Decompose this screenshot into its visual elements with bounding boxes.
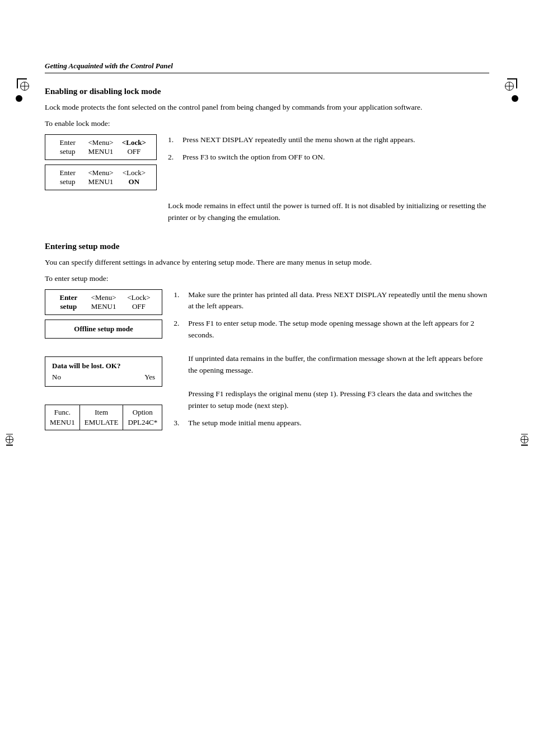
lcd-enter-r2c1: setup: [51, 302, 86, 311]
reg-right: [521, 434, 528, 445]
lcd2-r2c2: MENU1: [84, 177, 117, 186]
lcd-box-1: Enter <Menu> <Lock> setup MENU1 OFF: [45, 134, 157, 160]
circle-mark-tr: [505, 82, 514, 91]
lcd-func-box: Func. MENU1 Item EMULATE: [45, 405, 162, 430]
lcd-enter-r2c3: OFF: [121, 302, 156, 311]
section-lock-mode: Enabling or disabling lock mode Lock mod…: [45, 87, 489, 228]
reg-mark-right-top: [521, 434, 528, 435]
lcd-enter-row-top: Enter <Menu> <Lock>: [51, 293, 156, 302]
data-box-yes: Yes: [144, 373, 155, 382]
s2-step1-text: Make sure the printer has printed all da…: [188, 289, 489, 313]
lcd-item-col: Item EMULATE: [80, 405, 124, 430]
section1-intro2: To enable lock mode:: [45, 118, 489, 130]
section1-lcd-column: Enter <Menu> <Lock> setup MENU1 OFF: [45, 134, 157, 190]
circle-mark-tl: [20, 82, 29, 91]
reg-circle-right: [521, 436, 528, 444]
reg-mark-right-bottom: [521, 445, 528, 446]
section1-heading: Enabling or disabling lock mode: [45, 87, 489, 96]
lcd-box-2: Enter <Menu> <Lock> setup MENU1 ON: [45, 165, 157, 190]
lcd-enter-setup: Enter <Menu> <Lock> setup MENU1 OFF: [45, 289, 162, 315]
data-box-row: No Yes: [52, 373, 155, 382]
reg-left: [6, 434, 13, 445]
lcd-row-2-top: Enter <Menu> <Lock>: [51, 168, 151, 177]
data-box-title: Data will be lost. OK?: [52, 361, 155, 370]
lcd-option-header: Option: [133, 408, 153, 417]
lcd-item-col-inner: Item EMULATE: [85, 408, 119, 427]
bullet-mark-tl: [16, 95, 22, 102]
lcd2-r1c2: <Menu>: [84, 168, 117, 177]
lcd1-r1c2: <Menu>: [84, 138, 117, 147]
lcd1-r2c2: MENU1: [84, 147, 117, 156]
section1-closing: Lock mode remains in effect until the po…: [168, 200, 489, 224]
lcd-item-value: EMULATE: [85, 418, 119, 427]
section2-heading: Entering setup mode: [45, 242, 489, 251]
section2-step-1: 1. Make sure the printer has printed all…: [174, 289, 489, 313]
data-box-no: No: [52, 373, 61, 382]
section1-step-1: 1. Press NEXT DISPLAY repeatedly until t…: [168, 134, 489, 146]
lcd-enter-r1c2: <Menu>: [86, 293, 121, 302]
step1-text: Press NEXT DISPLAY repeatedly until the …: [182, 134, 489, 146]
lcd-enter-r1c1: Enter: [51, 293, 86, 302]
lcd-row-1-bottom: setup MENU1 OFF: [51, 147, 151, 156]
lcd1-r2c1: setup: [51, 147, 84, 156]
lcd1-r1c3: <Lock>: [118, 138, 151, 147]
page-header: Getting Acquainted with the Control Pane…: [45, 62, 489, 73]
reg-circle-left: [6, 436, 13, 444]
section2-lcd-column: Enter <Menu> <Lock> setup MENU1 OFF Offl…: [45, 289, 162, 430]
lcd2-r1c3: <Lock>: [118, 168, 151, 177]
section1-closing-spacer: [45, 200, 157, 228]
s2-step3-num: 3.: [174, 417, 184, 429]
section1-instruction-block: Enter <Menu> <Lock> setup MENU1 OFF: [45, 134, 489, 190]
lcd-offline-mode: Offline setup mode: [45, 320, 162, 339]
section2-intro1: You can specify different settings in ad…: [45, 257, 489, 269]
lcd-enter-r2c2: MENU1: [86, 302, 121, 311]
page: Getting Acquainted with the Control Pane…: [0, 62, 534, 756]
lcd2-r1c1: Enter: [51, 168, 84, 177]
step1-num: 1.: [168, 134, 178, 146]
section2-instruction-block: Enter <Menu> <Lock> setup MENU1 OFF Offl…: [45, 289, 489, 435]
step2-num: 2.: [168, 152, 178, 163]
section1-step-2: 2. Press F3 to switch the option from OF…: [168, 152, 489, 163]
lcd-row-1-top: Enter <Menu> <Lock>: [51, 138, 151, 147]
section2-steps-column: 1. Make sure the printer has printed all…: [174, 289, 489, 435]
lcd-option-col-inner: Option DPL24C*: [128, 408, 157, 427]
lcd1-r1c1: Enter: [51, 138, 84, 147]
lcd2-r2c3: ON: [118, 177, 151, 186]
section2-intro2: To enter setup mode:: [45, 273, 489, 285]
spacer-mid: [45, 343, 162, 352]
section2-steps-list: 1. Make sure the printer has printed all…: [174, 289, 489, 429]
s2-step1-num: 1.: [174, 289, 184, 313]
s2-step3-text: The setup mode initial menu appears.: [188, 417, 489, 429]
reg-mark-left-bottom: [6, 445, 13, 446]
bullet-mark-tr: [512, 95, 518, 102]
step2-text: Press F3 to switch the option from OFF t…: [182, 152, 489, 163]
lcd-item-header: Item: [95, 408, 108, 417]
lcd1-r2c3: OFF: [118, 147, 151, 156]
section1-steps-column: 1. Press NEXT DISPLAY repeatedly until t…: [168, 134, 489, 169]
lcd-func-header: Func.: [54, 408, 71, 417]
lcd2-r2c1: setup: [51, 177, 84, 186]
lcd-row-2-bottom: setup MENU1 ON: [51, 177, 151, 186]
s2-step2-num: 2.: [174, 318, 184, 411]
section2-step-3: 3. The setup mode initial menu appears.: [174, 417, 489, 429]
lcd-func-col: Func. MENU1: [45, 405, 80, 430]
lcd-func-value: MENU1: [50, 418, 75, 427]
lcd-enter-row-bottom: setup MENU1 OFF: [51, 302, 156, 311]
s2-step2-text: Press F1 to enter setup mode. The setup …: [188, 318, 489, 411]
section1-intro1: Lock mode protects the font selected on …: [45, 102, 489, 114]
reg-mark-left-top: [6, 434, 13, 435]
section1-steps-list: 1. Press NEXT DISPLAY repeatedly until t…: [168, 134, 489, 163]
lcd-enter-r1c3: <Lock>: [121, 293, 156, 302]
section2-step-2: 2. Press F1 to enter setup mode. The set…: [174, 318, 489, 411]
spacer-mid2: [45, 391, 162, 400]
content-area: Getting Acquainted with the Control Pane…: [45, 62, 489, 435]
lcd-func-col-inner: Func. MENU1: [50, 408, 75, 427]
lcd-option-value: DPL24C*: [128, 418, 157, 427]
lcd-option-col: Option DPL24C*: [123, 405, 162, 430]
header-text: Getting Acquainted with the Control Pane…: [45, 62, 173, 71]
section1-closing-block: Lock mode remains in effect until the po…: [45, 200, 489, 228]
lcd-data-box: Data will be lost. OK? No Yes: [45, 356, 162, 387]
section-setup-mode: Entering setup mode You can specify diff…: [45, 242, 489, 435]
